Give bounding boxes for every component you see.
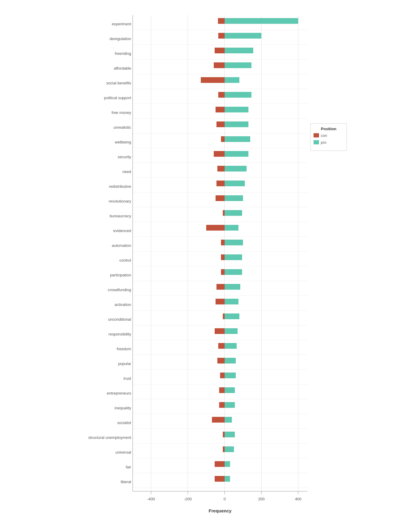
y-label: responsibility [109, 332, 131, 336]
svg-rect-43 [216, 195, 225, 201]
svg-rect-88 [212, 417, 225, 423]
svg-rect-53 [225, 240, 243, 245]
y-label: experiment [112, 22, 131, 26]
y-label: liberal [121, 480, 131, 484]
svg-rect-92 [225, 432, 235, 437]
svg-rect-35 [225, 151, 248, 157]
svg-rect-64 [216, 299, 225, 304]
y-label: deregulation [109, 36, 131, 41]
svg-rect-110 [314, 133, 319, 137]
x-axis-label: -400 [147, 497, 155, 501]
svg-rect-13 [215, 48, 225, 53]
svg-rect-74 [225, 343, 237, 349]
svg-rect-82 [219, 387, 225, 393]
legend-title: Position [321, 127, 336, 131]
y-label: unconditional [108, 317, 131, 322]
svg-rect-58 [221, 269, 225, 275]
y-label: bureaucracy [109, 214, 131, 218]
y-label: need [122, 169, 131, 174]
y-label: activation [115, 302, 131, 307]
svg-rect-8 [225, 18, 298, 24]
svg-rect-50 [225, 225, 238, 231]
svg-rect-22 [218, 92, 225, 98]
main-chart: experiment deregulation freeriding affor… [66, 12, 353, 524]
svg-rect-16 [214, 62, 225, 68]
svg-rect-77 [225, 358, 236, 364]
y-label: socialist [117, 420, 131, 425]
y-label: evidenced [113, 228, 131, 233]
y-label: entrepreneurs [107, 391, 131, 395]
svg-rect-47 [225, 210, 242, 216]
svg-rect-85 [219, 402, 225, 408]
svg-rect-19 [201, 77, 225, 83]
x-axis-label: 400 [295, 497, 301, 501]
x-axis-label: -200 [184, 497, 192, 501]
y-label: freedom [117, 347, 131, 351]
legend-label-con: con [321, 133, 327, 138]
svg-rect-26 [225, 107, 248, 112]
svg-rect-98 [225, 461, 230, 467]
y-label: universal [115, 450, 131, 455]
y-label: wellbeing [115, 140, 131, 144]
svg-rect-111 [314, 140, 319, 144]
svg-rect-17 [225, 62, 251, 68]
svg-rect-56 [225, 254, 242, 260]
svg-rect-32 [225, 136, 250, 142]
svg-rect-67 [223, 313, 225, 319]
svg-rect-40 [216, 181, 225, 186]
svg-rect-62 [225, 284, 240, 290]
svg-rect-68 [225, 313, 239, 319]
y-label: political support [104, 96, 131, 100]
svg-rect-73 [218, 343, 225, 349]
svg-rect-100 [215, 476, 225, 482]
svg-rect-70 [215, 328, 225, 334]
svg-rect-23 [225, 92, 251, 98]
y-label: control [119, 258, 131, 263]
svg-rect-34 [214, 151, 225, 157]
x-axis-title: Frequency [209, 508, 232, 513]
svg-rect-79 [220, 373, 225, 378]
y-label: inequality [115, 406, 131, 410]
svg-rect-11 [225, 33, 261, 39]
svg-rect-37 [217, 166, 225, 172]
y-label: participation [110, 273, 131, 277]
svg-rect-25 [216, 107, 225, 112]
x-axis-label: 200 [258, 497, 265, 501]
svg-rect-28 [216, 121, 225, 127]
y-label: unrealistic [113, 125, 131, 130]
svg-rect-29 [225, 121, 248, 127]
svg-rect-59 [225, 269, 242, 275]
svg-rect-41 [225, 181, 245, 186]
y-label: affordable [114, 66, 131, 71]
svg-rect-86 [225, 402, 235, 408]
y-label: redistributive [109, 184, 131, 189]
y-label: popular [118, 361, 131, 366]
svg-rect-31 [221, 136, 225, 142]
legend-label-pro: pro [321, 140, 327, 145]
y-label: automation [112, 243, 131, 248]
svg-rect-49 [206, 225, 225, 231]
svg-rect-38 [225, 166, 247, 172]
svg-rect-94 [223, 446, 225, 452]
y-label: social benefits [106, 81, 131, 85]
svg-rect-44 [225, 195, 243, 201]
y-label: trust [124, 376, 131, 381]
svg-rect-46 [223, 210, 225, 216]
y-label: structural unemployment [88, 435, 131, 440]
y-label: fair [126, 465, 131, 469]
svg-rect-61 [216, 284, 225, 290]
svg-rect-65 [225, 299, 238, 304]
y-label: revolutionary [109, 199, 131, 203]
svg-rect-91 [223, 432, 225, 437]
svg-rect-14 [225, 48, 253, 53]
y-label: free money [112, 110, 131, 115]
svg-rect-20 [225, 77, 239, 83]
x-axis-label: 0 [223, 497, 226, 501]
svg-rect-52 [221, 240, 225, 245]
svg-rect-80 [225, 373, 236, 378]
svg-rect-55 [221, 254, 225, 260]
svg-rect-10 [218, 33, 225, 39]
svg-rect-83 [225, 387, 235, 393]
svg-rect-76 [217, 358, 225, 364]
svg-rect-95 [225, 446, 234, 452]
